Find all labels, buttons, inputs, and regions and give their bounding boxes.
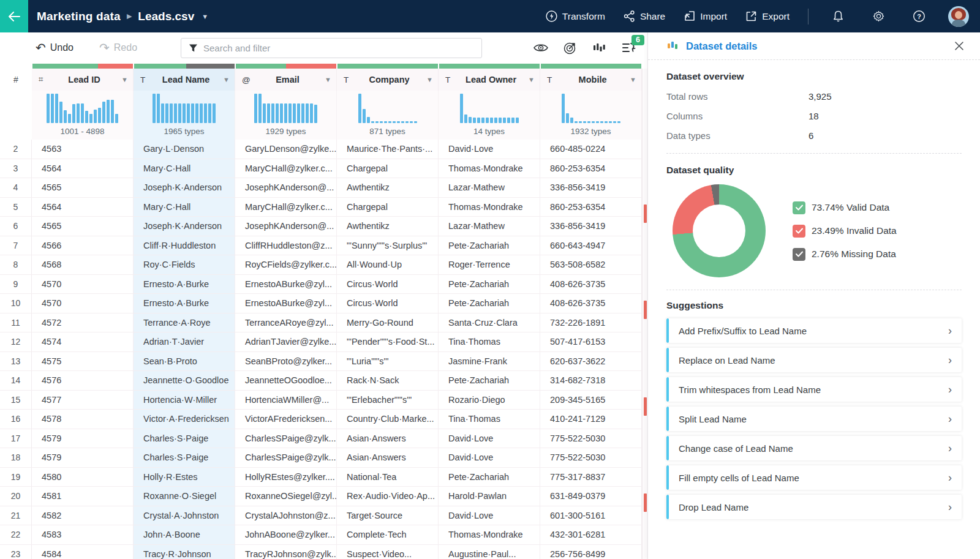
cell-lead-owner[interactable]: Jasmine·Frank (439, 352, 540, 371)
cell-company[interactable]: National·Tea (337, 468, 439, 487)
cell-lead-id[interactable]: 4578 (32, 410, 134, 429)
quality-segment-valid[interactable] (134, 64, 186, 69)
cell-email[interactable]: ErnestoABurke@zyl... (235, 294, 337, 313)
cell-lead-name[interactable]: Joseph·K·Anderson (134, 178, 235, 197)
column-header-company[interactable]: TCompany▼ (337, 69, 439, 91)
cell-mobile[interactable]: 209-345-5165 (540, 391, 642, 410)
cell-mobile[interactable]: 563-508-6582 (540, 255, 642, 274)
file-menu-caret-icon[interactable]: ▼ (202, 13, 208, 20)
cell-lead-owner[interactable]: Rozario·Diego (439, 391, 540, 410)
row-number[interactable]: 23 (0, 545, 32, 559)
column-histogram-mobile[interactable]: 1932 types (540, 91, 642, 140)
search-input[interactable] (203, 43, 481, 53)
cell-company[interactable]: Rex·Audio·Video·Ap... (337, 487, 439, 506)
row-number[interactable]: 5 (0, 198, 32, 217)
quality-bar-lead-name[interactable] (134, 64, 235, 69)
cell-lead-id[interactable]: 4574 (32, 332, 134, 351)
row-number[interactable]: 10 (0, 294, 32, 313)
cell-mobile[interactable]: 408-626-3735 (540, 294, 642, 313)
cell-lead-owner[interactable]: Thomas·Mondrake (439, 159, 540, 178)
cell-mobile[interactable]: 860-253-6354 (540, 198, 642, 217)
cell-mobile[interactable]: 860-253-6354 (540, 159, 642, 178)
cell-lead-id[interactable]: 4566 (32, 236, 134, 255)
cell-lead-id[interactable]: 4583 (32, 525, 134, 544)
cell-email[interactable]: RoxanneOSiegel@zyl... (235, 487, 337, 506)
cell-company[interactable]: Complete·Tech (337, 525, 439, 544)
cell-lead-owner[interactable]: Pete·Zachariah (439, 468, 540, 487)
cell-lead-id[interactable]: 4582 (32, 506, 134, 525)
cell-lead-owner[interactable]: Thomas·Mondrake (439, 198, 540, 217)
row-number[interactable]: 22 (0, 525, 32, 544)
row-number[interactable]: 14 (0, 371, 32, 390)
row-number[interactable]: 6 (0, 217, 32, 236)
quality-segment-valid[interactable] (32, 64, 98, 69)
redo-button[interactable]: ↷ Redo (99, 42, 137, 53)
cell-lead-id[interactable]: 4564 (32, 198, 134, 217)
cell-email[interactable]: CharlesSPaige@zylk... (235, 429, 337, 448)
column-histogram-lead-id[interactable]: 1001 - 4898 (32, 91, 134, 140)
cell-lead-id[interactable]: 4579 (32, 429, 134, 448)
cell-lead-name[interactable]: Charles·S·Paige (134, 429, 235, 448)
quality-bar-lead-id[interactable] (32, 64, 133, 69)
cell-email[interactable]: HollyREstes@zylker.... (235, 468, 337, 487)
column-histogram-company[interactable]: 871 types (337, 91, 439, 140)
cell-lead-owner[interactable]: Pete·Zachariah (439, 236, 540, 255)
cell-email[interactable]: TracyRJohnson@zylk... (235, 545, 337, 559)
quality-bar-mobile[interactable] (541, 64, 641, 69)
cell-company[interactable]: Merry-Go-Round (337, 313, 439, 332)
suggestion-card[interactable]: Trim whitespaces from Lead Name› (666, 377, 962, 402)
cell-company[interactable]: Asian·Answers (337, 448, 439, 467)
cell-lead-owner[interactable]: Lazar·Mathew (439, 217, 540, 236)
row-number[interactable]: 13 (0, 352, 32, 371)
target-audience-button[interactable] (563, 40, 578, 55)
grid-scrollbar[interactable] (642, 69, 647, 559)
cell-lead-id[interactable]: 4564 (32, 159, 134, 178)
cell-lead-name[interactable]: Crystal·A·Johnston (134, 506, 235, 525)
cell-lead-owner[interactable]: David·Love (439, 140, 540, 159)
suggestion-card[interactable]: Replace on Lead Name› (666, 348, 962, 372)
cell-lead-id[interactable]: 4572 (32, 313, 134, 332)
undo-button[interactable]: ↶ Undo (36, 42, 74, 53)
row-number[interactable]: 9 (0, 275, 32, 294)
quality-segment-valid[interactable] (236, 64, 286, 69)
help-button[interactable]: ? (908, 6, 930, 28)
cell-lead-id[interactable]: 4565 (32, 217, 134, 236)
cell-company[interactable]: Awthentikz (337, 178, 439, 197)
cell-lead-owner[interactable]: Harold·Pawlan (439, 487, 540, 506)
cell-mobile[interactable]: 631-849-0379 (540, 487, 642, 506)
cell-lead-name[interactable]: Adrian·T·Javier (134, 332, 235, 351)
cell-lead-name[interactable]: Roy·C·Fields (134, 255, 235, 274)
cell-company[interactable]: Circus·World (337, 294, 439, 313)
cell-email[interactable]: MaryCHall@zylker.c... (235, 159, 337, 178)
cell-company[interactable]: Maurice·The·Pants·... (337, 140, 439, 159)
quality-bar-email[interactable] (236, 64, 336, 69)
cell-lead-id[interactable]: 4579 (32, 448, 134, 467)
column-menu-caret-icon[interactable]: ▼ (528, 76, 535, 83)
row-number[interactable]: 8 (0, 255, 32, 274)
cell-email[interactable]: RoyCFields@zylker.c... (235, 255, 337, 274)
row-number[interactable]: 19 (0, 468, 32, 487)
legend-checkbox[interactable] (793, 225, 805, 238)
cell-lead-id[interactable]: 4563 (32, 140, 134, 159)
cell-lead-owner[interactable]: Pete·Zachariah (439, 275, 540, 294)
cell-lead-name[interactable]: Roxanne·O·Siegel (134, 487, 235, 506)
row-number[interactable]: 20 (0, 487, 32, 506)
cell-email[interactable]: GaryLDenson@zylke... (235, 140, 337, 159)
share-button[interactable]: Share (624, 10, 665, 22)
cell-lead-name[interactable]: John·A·Boone (134, 525, 235, 544)
cell-mobile[interactable]: 775-522-5030 (540, 448, 642, 467)
quality-segment-valid[interactable] (541, 64, 641, 69)
cell-email[interactable]: ErnestoABurke@zyl... (235, 275, 337, 294)
cell-company[interactable]: Suspect·Video... (337, 545, 439, 559)
cell-email[interactable]: JosephKAnderson@... (235, 178, 337, 197)
cell-lead-name[interactable]: Joseph·K·Anderson (134, 217, 235, 236)
cell-mobile[interactable]: 432-301-6281 (540, 525, 642, 544)
row-number[interactable]: 12 (0, 332, 32, 351)
cell-email[interactable]: CrystalAJohnston@z... (235, 506, 337, 525)
cell-email[interactable]: VictorAFredericksen... (235, 410, 337, 429)
back-button[interactable] (0, 0, 28, 32)
cell-lead-name[interactable]: Jeannette·O·Goodloe (134, 371, 235, 390)
cell-company[interactable]: Rack·N·Sack (337, 371, 439, 390)
row-number[interactable]: 2 (0, 140, 32, 159)
cell-lead-owner[interactable]: Tina·Thomas (439, 410, 540, 429)
